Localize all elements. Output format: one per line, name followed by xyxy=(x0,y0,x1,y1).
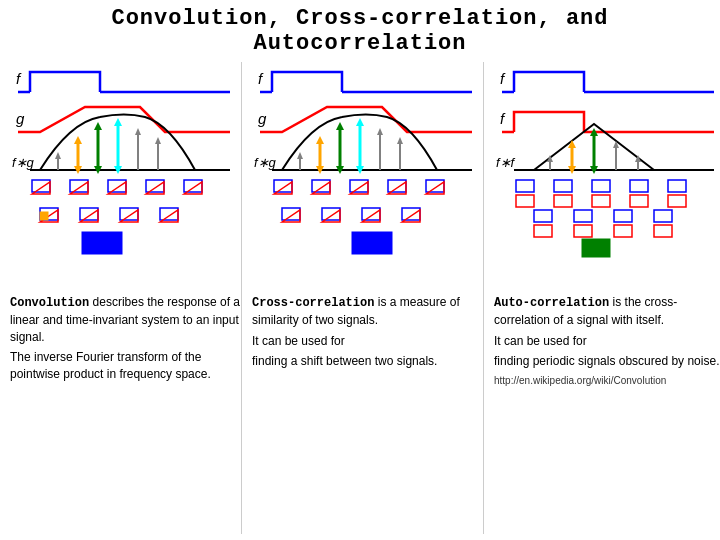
svg-rect-118 xyxy=(654,210,672,222)
auto-correlation-signals: f f f∗f xyxy=(494,62,720,292)
svg-rect-119 xyxy=(654,225,672,237)
svg-rect-77 xyxy=(362,208,380,220)
svg-rect-105 xyxy=(630,180,648,192)
svg-text:f∗f: f∗f xyxy=(496,155,516,170)
page: Convolution, Cross-correlation, and Auto… xyxy=(0,0,720,540)
cross-correlation-col: f g f∗g xyxy=(252,62,484,534)
svg-rect-120 xyxy=(582,239,610,257)
svg-rect-114 xyxy=(574,210,592,222)
auto-correlation-used-for-text: finding periodic signals obscured by noi… xyxy=(494,353,720,370)
auto-correlation-used-for-heading: It can be used for xyxy=(494,333,720,350)
svg-text:f: f xyxy=(500,70,506,87)
svg-rect-79 xyxy=(402,208,420,220)
svg-rect-117 xyxy=(614,225,632,237)
svg-rect-64 xyxy=(312,180,330,192)
cross-correlation-label: Cross-correlation xyxy=(252,296,374,310)
svg-rect-116 xyxy=(614,210,632,222)
cross-correlation-used-for-text: finding a shift between two signals. xyxy=(252,353,484,370)
svg-marker-52 xyxy=(336,122,344,130)
svg-rect-103 xyxy=(554,180,572,192)
page-title: Convolution, Cross-correlation, and Auto… xyxy=(10,6,710,56)
wikipedia-url[interactable]: http://en.wikipedia.org/wiki/Convolution xyxy=(494,374,720,388)
cross-correlation-used-for-heading: It can be used for xyxy=(252,333,484,350)
auto-correlation-label: Auto-correlation xyxy=(494,296,609,310)
convolution-label: Convolution xyxy=(10,296,89,310)
svg-rect-34 xyxy=(40,212,48,220)
svg-rect-108 xyxy=(554,195,572,207)
svg-rect-107 xyxy=(516,195,534,207)
svg-marker-49 xyxy=(316,136,324,144)
svg-rect-65 xyxy=(350,180,368,192)
svg-marker-8 xyxy=(74,136,82,144)
auto-correlation-col: f f f∗f xyxy=(494,62,720,534)
svg-rect-73 xyxy=(282,208,300,220)
svg-rect-63 xyxy=(274,180,292,192)
svg-rect-112 xyxy=(534,210,552,222)
svg-rect-39 xyxy=(160,208,178,220)
svg-marker-14 xyxy=(114,118,122,126)
svg-marker-11 xyxy=(94,122,102,130)
svg-rect-41 xyxy=(82,232,122,254)
svg-rect-115 xyxy=(574,225,592,237)
svg-rect-35 xyxy=(80,208,98,220)
convolution-col: f g f∗g xyxy=(10,62,242,534)
svg-rect-75 xyxy=(322,208,340,220)
svg-rect-37 xyxy=(120,208,138,220)
svg-marker-60 xyxy=(377,128,383,135)
svg-text:f: f xyxy=(500,110,506,127)
svg-text:f∗g: f∗g xyxy=(254,155,277,170)
svg-marker-19 xyxy=(135,128,141,135)
svg-rect-23 xyxy=(70,180,88,192)
auto-correlation-text: Auto-correlation is the cross-correlatio… xyxy=(494,292,720,392)
svg-marker-21 xyxy=(155,137,161,144)
svg-rect-106 xyxy=(668,180,686,192)
svg-rect-26 xyxy=(184,180,202,192)
svg-text:f: f xyxy=(16,70,22,87)
svg-rect-104 xyxy=(592,180,610,192)
diagrams-row: f g f∗g xyxy=(10,62,710,534)
convolution-text: Convolution describes the response of a … xyxy=(10,292,242,387)
cross-correlation-text: Cross-correlation is a measure of simila… xyxy=(252,292,484,374)
svg-text:f: f xyxy=(258,70,264,87)
svg-rect-24 xyxy=(108,180,126,192)
svg-rect-109 xyxy=(592,195,610,207)
svg-rect-102 xyxy=(516,180,534,192)
svg-marker-62 xyxy=(397,137,403,144)
svg-marker-58 xyxy=(297,152,303,159)
svg-rect-113 xyxy=(534,225,552,237)
cross-correlation-signals: f g f∗g xyxy=(252,62,484,292)
svg-marker-17 xyxy=(55,152,61,159)
convolution-extra: The inverse Fourier transform of the poi… xyxy=(10,349,242,383)
svg-rect-22 xyxy=(32,180,50,192)
convolution-signals: f g f∗g xyxy=(10,62,242,292)
svg-text:g: g xyxy=(258,110,267,127)
svg-rect-67 xyxy=(426,180,444,192)
svg-marker-55 xyxy=(356,118,364,126)
svg-rect-66 xyxy=(388,180,406,192)
svg-rect-110 xyxy=(630,195,648,207)
svg-text:g: g xyxy=(16,110,25,127)
svg-text:f∗g: f∗g xyxy=(12,155,35,170)
svg-rect-111 xyxy=(668,195,686,207)
svg-rect-25 xyxy=(146,180,164,192)
svg-rect-81 xyxy=(352,232,392,254)
